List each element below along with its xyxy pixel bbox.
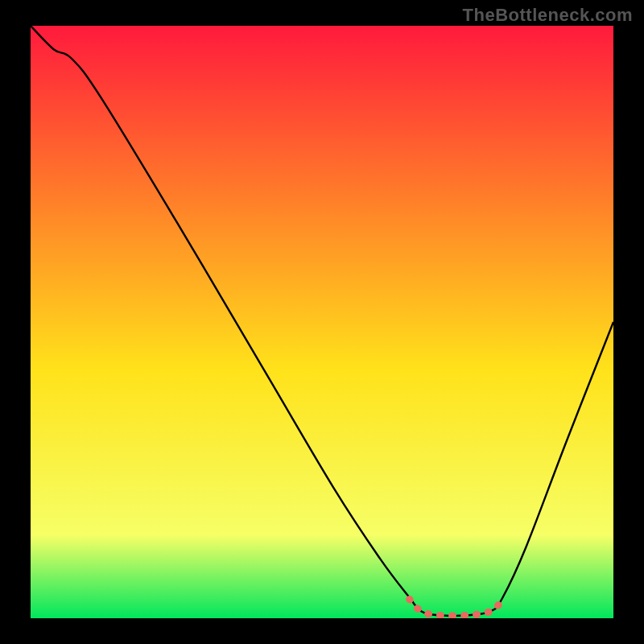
plot-area (31, 26, 613, 618)
gradient-background (31, 26, 613, 618)
watermark-text: TheBottleneck.com (463, 5, 633, 26)
chart-container: TheBottleneck.com (0, 0, 644, 644)
chart-svg (31, 26, 613, 618)
